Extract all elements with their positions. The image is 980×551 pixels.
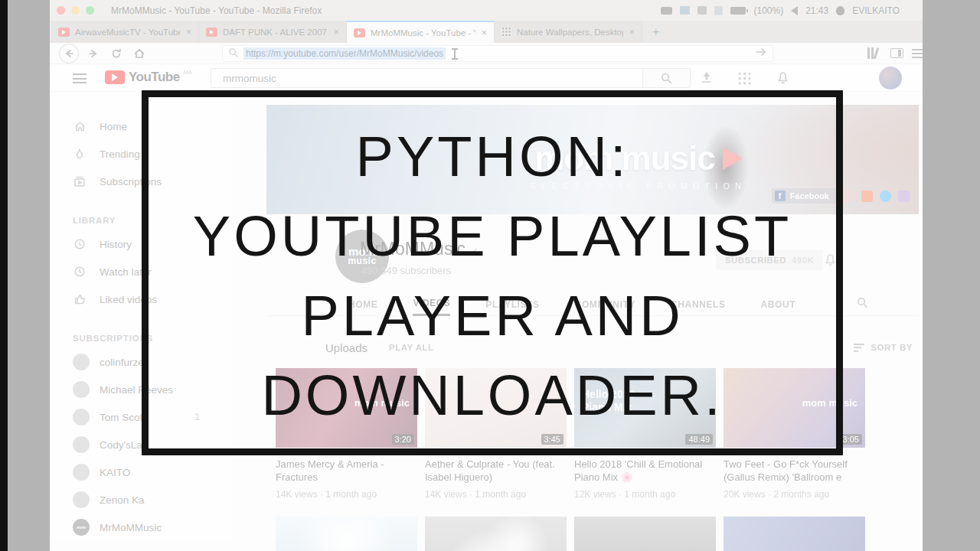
channel-search-icon[interactable] (857, 297, 868, 311)
back-button[interactable] (59, 44, 79, 64)
home-button[interactable] (129, 44, 149, 64)
browser-tab-mrmommusic-active[interactable]: MrMoMMusic - YouTube - You × (347, 21, 495, 43)
tab-close-icon[interactable]: × (629, 26, 635, 37)
video-card[interactable]: mo (574, 517, 716, 551)
username: EVILKAITO (852, 5, 900, 16)
forward-button[interactable] (83, 44, 103, 64)
channel-avatar-mom-music: mom (73, 519, 90, 536)
wallpaper-site-favicon (501, 27, 511, 37)
video-meta: 14K views · 1 month ago (276, 489, 417, 500)
tab-close-icon[interactable]: × (481, 27, 487, 38)
video-title-overlay: PYTHON: YOUTUBE PLAYLIST PLAYER AND DOWN… (142, 117, 843, 435)
text-cursor (454, 49, 456, 59)
channel-avatar (73, 491, 90, 508)
close-window-button[interactable] (57, 6, 65, 15)
url-text-selected[interactable]: https://m.youtube.com/user/MrMoMMusic/vi… (243, 47, 446, 60)
tab-close-icon[interactable]: × (333, 26, 339, 37)
overlay-line-4: DOWNLOADER. (142, 356, 843, 435)
screenshot-icon[interactable] (680, 6, 690, 15)
tab-close-icon[interactable]: × (185, 26, 191, 37)
hamburger-menu-icon[interactable] (912, 49, 923, 60)
screen-left-edge (0, 0, 8, 551)
video-card[interactable] (276, 517, 417, 551)
video-meta: 12K views · 1 month ago (574, 489, 716, 500)
sidebar-channel-kaito[interactable]: KAITO (50, 458, 232, 486)
youtube-play-icon (105, 70, 125, 84)
video-grid-row-2: mo mom (276, 517, 865, 551)
reload-button[interactable] (106, 44, 126, 64)
overlay-line-2: YOUTUBE PLAYLIST (142, 197, 843, 276)
maximize-window-button[interactable] (86, 6, 94, 15)
instagram-icon[interactable] (898, 191, 910, 202)
apple-menu-icon[interactable] (836, 6, 844, 15)
thumbs-up-icon (73, 293, 87, 305)
soundcloud-icon[interactable] (861, 191, 873, 202)
video-thumbnail[interactable] (425, 517, 567, 551)
overlay-line-3: PLAYER AND (142, 276, 843, 356)
thumbnail-art (276, 517, 417, 551)
home-icon (73, 120, 87, 132)
search-icon (228, 47, 238, 60)
video-title[interactable]: Aether & Culprate - You (feat. Isabel Hi… (425, 458, 567, 484)
go-arrow-icon[interactable] (755, 47, 767, 60)
youtube-guide-icon[interactable] (73, 73, 87, 86)
browser-tab-daftpunk[interactable]: DAFT PUNK - ALIVE 2007 (OF × (199, 21, 347, 43)
thumbnail-stage: MrMoMMusic - YouTube - YouTube - Mozilla… (0, 0, 980, 551)
channel-avatar (73, 464, 90, 481)
video-thumbnail[interactable]: mo (574, 517, 716, 551)
url-bar[interactable]: https://m.youtube.com/user/MrMoMMusic/vi… (222, 45, 773, 62)
video-thumbnail[interactable]: mom (724, 517, 865, 551)
youtube-search-input[interactable]: mrmomusic (211, 68, 643, 88)
channel-avatar (73, 436, 90, 453)
notifications-bell-icon[interactable] (776, 70, 790, 88)
battery-icon (730, 7, 746, 15)
browser-tab-wallpapers[interactable]: Nature Wallpapers, Desktop × (495, 21, 642, 43)
youtube-header: YouTube MA mrmomusic (50, 64, 923, 92)
sidebar-channel-mrmommusic[interactable]: mom MrMoMMusic (50, 514, 232, 541)
sidebar-channel-zenon-ka[interactable]: Zenon Ka (50, 486, 232, 514)
screen-record-icon[interactable] (661, 7, 672, 15)
channel-avatar (73, 409, 90, 425)
video-meta: 14K views · 1 month ago (425, 489, 567, 500)
social-link-icon[interactable] (843, 191, 854, 202)
sidebar-toggle-icon[interactable] (890, 48, 903, 58)
volume-icon[interactable] (791, 6, 798, 15)
system-tray: (100%) 21:43 EVILKAITO (661, 5, 923, 16)
overlay-line-1: PYTHON: (142, 117, 843, 197)
video-title[interactable]: James Mercy & Ameria - Fractures (276, 458, 417, 484)
sort-by-button[interactable]: SORT BY (854, 341, 913, 354)
youtube-favicon (354, 28, 365, 37)
video-meta: 20K views · 2 months ago (724, 489, 865, 500)
thumbnail-art (425, 517, 567, 551)
minimize-window-button[interactable] (71, 6, 80, 15)
browser-tab-airwavemusictv[interactable]: AirwaveMusicTV - YouTube - × (51, 21, 199, 43)
youtube-apps-icon[interactable] (737, 71, 751, 85)
youtube-favicon (206, 28, 217, 37)
subscriptions-icon (73, 175, 87, 187)
browser-tab-strip: AirwaveMusicTV - YouTube - × DAFT PUNK -… (50, 21, 923, 43)
library-icon[interactable] (867, 47, 877, 59)
battery-percent: (100%) (753, 5, 783, 16)
upload-icon[interactable] (699, 70, 714, 87)
clipboard-icon[interactable] (714, 6, 723, 15)
window-title: MrMoMMusic - YouTube - YouTube - Mozilla… (111, 5, 322, 16)
twitter-icon[interactable] (880, 191, 891, 202)
history-icon (73, 238, 87, 250)
keyboard-layout-icon[interactable] (697, 6, 707, 15)
channel-avatar (73, 381, 90, 398)
browser-navbar: https://m.youtube.com/user/MrMoMMusic/vi… (50, 43, 923, 64)
new-tab-button[interactable]: + (642, 21, 669, 43)
video-card[interactable] (425, 517, 567, 551)
youtube-search-button[interactable] (643, 68, 691, 88)
video-title[interactable]: Hello 2018 'Chill & Emotional Piano Mix … (574, 458, 716, 484)
youtube-favicon (58, 28, 70, 37)
clock: 21:43 (805, 5, 828, 16)
video-title[interactable]: Two Feet - Go F*ck Yourself (Gallus Remi… (724, 458, 865, 484)
video-card[interactable]: mom (724, 517, 865, 551)
channel-avatar (73, 354, 90, 370)
video-thumbnail[interactable] (276, 517, 417, 551)
window-titlebar: MrMoMMusic - YouTube - YouTube - Mozilla… (50, 0, 923, 21)
sort-icon (854, 341, 864, 354)
youtube-logo[interactable]: YouTube MA (105, 70, 192, 84)
account-avatar[interactable] (879, 67, 902, 90)
